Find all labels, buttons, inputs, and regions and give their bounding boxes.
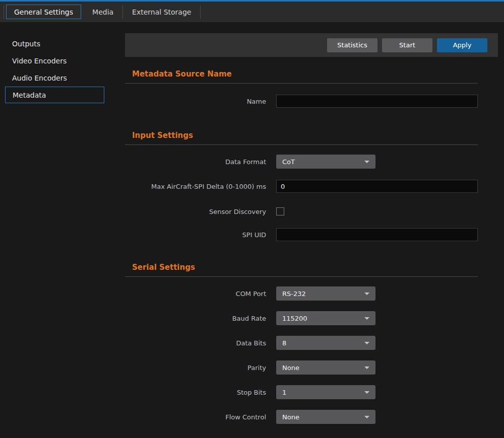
max-aircraft-spi-delta-label: Max AirCraft-SPI Delta (0-1000) ms <box>125 183 276 190</box>
baud-rate-label: Baud Rate <box>125 315 276 322</box>
sidebar-item-audio-encoders[interactable]: Audio Encoders <box>0 69 125 87</box>
form-row-spi-uid: SPI UID <box>125 228 504 241</box>
chevron-down-icon <box>364 293 369 295</box>
chevron-down-icon <box>364 161 369 163</box>
section-title-serial-settings: Serial Settings <box>132 263 504 272</box>
start-button[interactable]: Start <box>382 38 432 52</box>
tab-media[interactable]: Media <box>84 5 121 19</box>
parity-dropdown[interactable]: None <box>276 360 375 375</box>
form-row-sensor-discovery: Sensor Discovery <box>125 207 504 215</box>
parity-value: None <box>282 364 299 372</box>
tab-general-settings[interactable]: General Settings <box>6 5 81 19</box>
action-toolbar: Statistics Start Apply <box>125 33 498 57</box>
com-port-value: RS-232 <box>282 290 306 298</box>
form-row-flow-control: Flow Control None <box>125 410 504 424</box>
chevron-down-icon <box>364 367 369 369</box>
chevron-down-icon <box>364 391 369 394</box>
tab-separator <box>122 5 123 19</box>
form-row-com-port: COM Port RS-232 <box>125 286 504 301</box>
sidebar-item-video-encoders[interactable]: Video Encoders <box>0 52 125 69</box>
stop-bits-value: 1 <box>282 389 286 396</box>
form-row-data-format: Data Format CoT <box>125 155 504 169</box>
statistics-button[interactable]: Statistics <box>327 38 377 52</box>
data-bits-label: Data Bits <box>125 339 276 347</box>
data-format-value: CoT <box>282 158 295 166</box>
stop-bits-label: Stop Bits <box>125 389 276 396</box>
flow-control-dropdown[interactable]: None <box>276 410 375 424</box>
sensor-discovery-label: Sensor Discovery <box>125 208 276 215</box>
data-format-label: Data Format <box>125 158 276 166</box>
data-bits-dropdown[interactable]: 8 <box>276 336 375 350</box>
baud-rate-dropdown[interactable]: 115200 <box>276 311 375 325</box>
chevron-down-icon <box>364 342 369 344</box>
form-row-data-bits: Data Bits 8 <box>125 336 504 350</box>
flow-control-value: None <box>282 413 299 421</box>
com-port-label: COM Port <box>125 290 276 298</box>
section-divider <box>125 83 478 84</box>
apply-button[interactable]: Apply <box>437 38 487 52</box>
chevron-down-icon <box>364 416 369 418</box>
stop-bits-dropdown[interactable]: 1 <box>276 385 375 399</box>
spi-uid-label: SPI UID <box>125 231 276 239</box>
section-divider <box>125 144 478 145</box>
flow-control-label: Flow Control <box>125 413 276 421</box>
data-bits-value: 8 <box>282 339 286 347</box>
sidebar: Outputs Video Encoders Audio Encoders Me… <box>0 22 125 438</box>
parity-label: Parity <box>125 364 276 372</box>
page-layout: Outputs Video Encoders Audio Encoders Me… <box>0 22 504 438</box>
tab-separator <box>200 5 201 19</box>
form-row-stop-bits: Stop Bits 1 <box>125 385 504 399</box>
sidebar-item-outputs[interactable]: Outputs <box>0 35 125 52</box>
chevron-down-icon <box>364 317 369 320</box>
section-title-input-settings: Input Settings <box>132 131 504 140</box>
section-title-metadata-source-name: Metadata Source Name <box>132 69 504 79</box>
form-row-name: Name <box>125 95 504 108</box>
tab-separator <box>4 5 4 19</box>
data-format-dropdown[interactable]: CoT <box>276 155 375 169</box>
form-row-parity: Parity None <box>125 360 504 375</box>
name-input[interactable] <box>276 95 478 108</box>
top-tab-bar: General Settings Media External Storage <box>0 0 504 22</box>
name-label: Name <box>125 98 276 105</box>
sidebar-item-metadata[interactable]: Metadata <box>5 87 104 103</box>
main-content: Statistics Start Apply Metadata Source N… <box>125 22 504 438</box>
max-aircraft-spi-delta-input[interactable] <box>276 180 478 193</box>
section-divider <box>125 276 478 277</box>
tab-external-storage[interactable]: External Storage <box>124 5 199 19</box>
sensor-discovery-checkbox[interactable] <box>276 207 284 215</box>
com-port-dropdown[interactable]: RS-232 <box>276 286 375 301</box>
form-row-baud-rate: Baud Rate 115200 <box>125 311 504 325</box>
baud-rate-value: 115200 <box>282 315 307 322</box>
form-row-max-delta: Max AirCraft-SPI Delta (0-1000) ms <box>125 180 504 193</box>
spi-uid-input[interactable] <box>276 228 478 241</box>
